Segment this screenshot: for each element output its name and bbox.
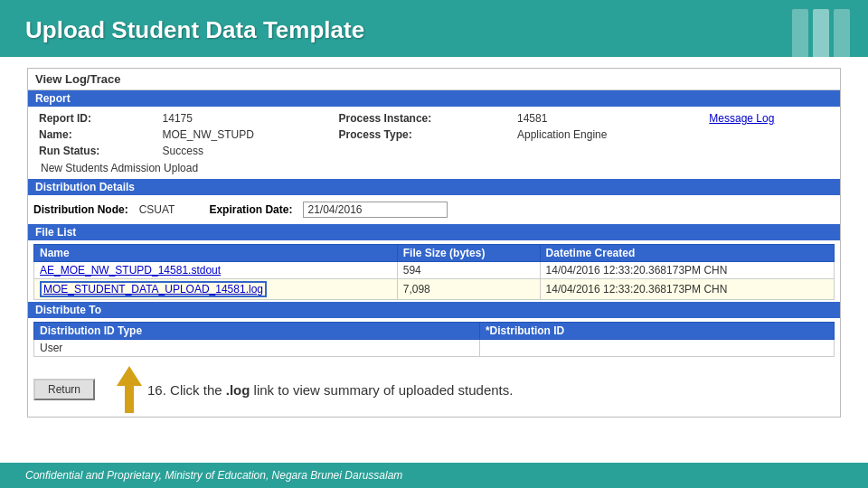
message-log-link[interactable]: Message Log bbox=[709, 112, 774, 125]
file-list-bar: File List bbox=[28, 224, 840, 240]
page-title: Upload Student Data Template bbox=[25, 16, 843, 44]
arrow-up-icon bbox=[117, 366, 142, 386]
description-text: New Students Admission Upload bbox=[33, 159, 835, 177]
instruction-text: 16. Click the .log link to view summary … bbox=[147, 382, 513, 398]
log-file-link[interactable]: MOE_STUDENT_DATA_UPLOAD_14581.log bbox=[43, 283, 263, 296]
log-trace-title: View Log/Trace bbox=[28, 69, 840, 90]
distribution-node-value: CSUAT bbox=[139, 203, 175, 216]
process-instance-value: 14581 bbox=[512, 110, 685, 127]
distribution-node-row: Distribution Node: CSUAT Expiration Date… bbox=[33, 199, 835, 221]
report-section: Report ID: 14175 Process Instance: 14581… bbox=[28, 107, 840, 179]
instruction-area: 16. Click the .log link to view summary … bbox=[108, 366, 513, 413]
run-status-value: Success bbox=[157, 143, 334, 159]
dist-to-header-row: Distribution ID Type *Distribution ID bbox=[34, 323, 835, 340]
expiration-date-input[interactable] bbox=[303, 202, 448, 218]
instruction-bold: .log bbox=[226, 382, 250, 398]
footer-text: Confidential and Proprietary, Ministry o… bbox=[25, 469, 402, 482]
stdout-file-link[interactable]: AE_MOE_NW_STUPD_14581.stdout bbox=[40, 264, 221, 277]
report-info-table: Report ID: 14175 Process Instance: 14581… bbox=[33, 110, 835, 159]
distribute-to-section: Distribution ID Type *Distribution ID Us… bbox=[28, 318, 840, 359]
bottom-area: Return 16. Click the .log link to view s… bbox=[28, 359, 840, 417]
main-content: View Log/Trace Report Report ID: 14175 P… bbox=[0, 57, 868, 432]
deco-rect-2 bbox=[813, 9, 829, 68]
name-row: Name: MOE_NW_STUPD Process Type: Applica… bbox=[33, 127, 835, 143]
footer: Confidential and Proprietary, Ministry o… bbox=[0, 463, 868, 488]
run-status-row: Run Status: Success bbox=[33, 143, 835, 159]
header-decoration bbox=[792, 9, 850, 68]
dist-id-value bbox=[479, 340, 834, 357]
deco-rect-3 bbox=[834, 9, 850, 59]
name-value: MOE_NW_STUPD bbox=[157, 127, 334, 143]
distribute-to-bar: Distribute To bbox=[28, 302, 840, 318]
dist-id-type-value: User bbox=[34, 340, 480, 357]
dist-id-type-header: Distribution ID Type bbox=[34, 323, 480, 340]
dist-to-row-user: User bbox=[34, 340, 835, 357]
distribution-details-section: Distribution Node: CSUAT Expiration Date… bbox=[28, 195, 840, 224]
run-status-label: Run Status: bbox=[33, 143, 157, 159]
report-section-bar: Report bbox=[28, 90, 840, 107]
file-datetime-header: Datetime Created bbox=[540, 245, 834, 262]
arrow-stem bbox=[125, 386, 134, 413]
file-table: Name File Size (bytes) Datetime Created … bbox=[33, 244, 835, 300]
log-trace-box: View Log/Trace Report Report ID: 14175 P… bbox=[27, 68, 841, 418]
stdout-file-size: 594 bbox=[397, 262, 540, 279]
report-id-label: Report ID: bbox=[33, 110, 157, 127]
process-instance-label: Process Instance: bbox=[334, 110, 512, 127]
name-label: Name: bbox=[33, 127, 157, 143]
file-table-header-row: Name File Size (bytes) Datetime Created bbox=[34, 245, 835, 262]
file-name-header: Name bbox=[34, 245, 398, 262]
file-row-log: MOE_STUDENT_DATA_UPLOAD_14581.log 7,098 … bbox=[34, 279, 835, 300]
file-size-header: File Size (bytes) bbox=[397, 245, 540, 262]
file-row-stdout: AE_MOE_NW_STUPD_14581.stdout 594 14/04/2… bbox=[34, 262, 835, 279]
distribution-details-bar: Distribution Details bbox=[28, 179, 840, 195]
report-id-value: 14175 bbox=[157, 110, 334, 127]
file-list-section: Name File Size (bytes) Datetime Created … bbox=[28, 240, 840, 302]
arrow-indicator bbox=[117, 366, 142, 413]
log-file-datetime: 14/04/2016 12:33:20.368173PM CHN bbox=[540, 279, 834, 300]
expiration-date-label: Expiration Date: bbox=[209, 203, 292, 216]
page-header: Upload Student Data Template bbox=[0, 0, 868, 57]
instruction-prefix: 16. Click the bbox=[147, 382, 222, 398]
distribution-node-label: Distribution Node: bbox=[33, 203, 128, 216]
log-file-size: 7,098 bbox=[397, 279, 540, 300]
stdout-file-datetime: 14/04/2016 12:33:20.368173PM CHN bbox=[540, 262, 834, 279]
distribute-to-table: Distribution ID Type *Distribution ID Us… bbox=[33, 322, 835, 357]
dist-id-header: *Distribution ID bbox=[479, 323, 834, 340]
return-button[interactable]: Return bbox=[33, 379, 95, 400]
process-type-value: Application Engine bbox=[512, 127, 685, 143]
process-type-label: Process Type: bbox=[334, 127, 512, 143]
report-id-row: Report ID: 14175 Process Instance: 14581… bbox=[33, 110, 835, 127]
instruction-suffix: link to view summary of uploaded student… bbox=[254, 382, 514, 398]
deco-rect-1 bbox=[792, 9, 808, 59]
